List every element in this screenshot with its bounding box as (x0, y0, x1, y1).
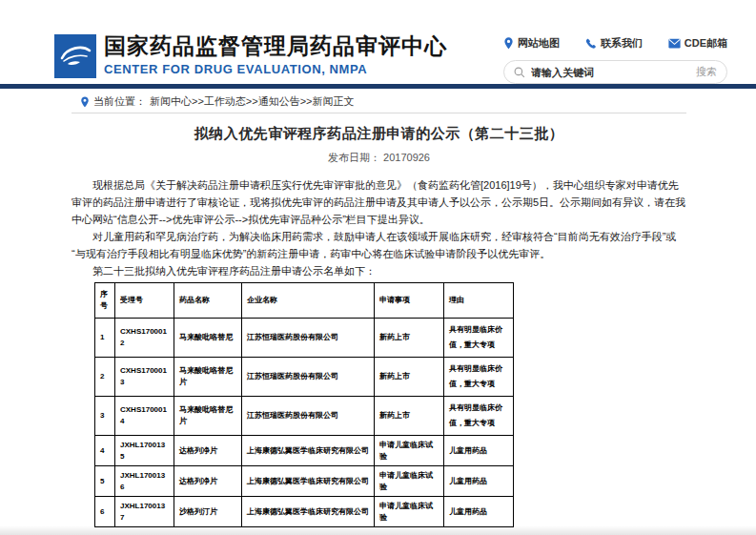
table-cell: 儿童用药品 (444, 436, 514, 466)
table-cell: 申请儿童临床试验 (375, 466, 444, 497)
table-cell: 2 (95, 358, 115, 397)
header-right: 网站地图 联系我们 CDE邮箱 (503, 36, 727, 84)
table-cell: 4 (95, 436, 115, 466)
top-links: 网站地图 联系我们 CDE邮箱 (503, 36, 727, 51)
table-cell: 上海康德弘翼医学临床研究有限公司 (242, 436, 375, 466)
page: 国家药品监督管理局药品审评中心 CENTER FOR DRUG EVALUATI… (0, 0, 756, 535)
table-cell: CXHS1700013 (115, 358, 174, 397)
table-cell: 马来酸吡咯替尼片 (174, 397, 242, 436)
search-icon (514, 67, 525, 78)
table-cell: 申请儿童临床试验 (375, 497, 444, 527)
article: 拟纳入优先审评程序药品注册申请的公示（第二十三批） 发布日期： 20170926… (72, 125, 686, 527)
drug-table-body: 1CXHS1700012马来酸吡咯替尼江苏恒瑞医药股份有限公司新药上市具有明显临… (95, 319, 514, 527)
table-cell: 申请儿童临床试验 (375, 436, 444, 466)
header-row: 序号受理号药品名称企业名称申请事项理由 (95, 283, 514, 319)
sitemap-link[interactable]: 网站地图 (503, 36, 560, 51)
contact-link[interactable]: 联系我们 (585, 36, 643, 51)
table-cell: 江苏恒瑞医药股份有限公司 (242, 319, 375, 358)
column-header: 企业名称 (242, 283, 375, 319)
paragraph-1: 现根据总局《关于解决药品注册申请积压实行优先审评审批的意见》（食药监药化管[20… (72, 176, 686, 228)
table-cell: 1 (95, 319, 115, 358)
paragraph-2: 对儿童用药和罕见病治疗药，为解决临床用药需求，鼓励申请人在该领域开展临床研究，经… (72, 228, 686, 262)
table-cell: 沙格列汀片 (174, 497, 242, 527)
table-cell: 新药上市 (375, 319, 444, 358)
column-header: 申请事项 (375, 283, 444, 319)
table-cell: 具有明显临床价值，重大专项 (444, 319, 514, 358)
location-pin-icon (80, 96, 90, 108)
navy-divider-bar (0, 84, 756, 89)
table-cell: 新药上市 (375, 397, 444, 436)
column-header: 理由 (444, 283, 514, 319)
site-header: 国家药品监督管理局药品审评中心 CENTER FOR DRUG EVALUATI… (54, 34, 727, 82)
table-row: 6JXHL1700137沙格列汀片上海康德弘翼医学临床研究有限公司申请儿童临床试… (95, 497, 514, 527)
table-cell: 6 (95, 497, 115, 527)
table-row: 2CXHS1700013马来酸吡咯替尼片江苏恒瑞医药股份有限公司新药上市具有明显… (95, 358, 514, 397)
table-row: 5JXHL1700136达格列净片上海康德弘翼医学临床研究有限公司申请儿童临床试… (95, 466, 514, 497)
cde-logo[interactable] (54, 34, 96, 78)
table-cell: 3 (95, 397, 115, 436)
phone-icon (585, 38, 597, 50)
drug-table-head: 序号受理号药品名称企业名称申请事项理由 (95, 283, 514, 319)
table-cell: JXHL1700137 (115, 497, 174, 527)
table-cell: 马来酸吡咯替尼 (174, 319, 242, 358)
table-cell: 马来酸吡咯替尼片 (174, 358, 242, 397)
sitemap-label: 网站地图 (518, 36, 560, 51)
mail-icon (668, 38, 681, 49)
search-button[interactable]: 搜索 (688, 65, 717, 79)
map-pin-icon (503, 37, 514, 50)
date-label: 发布日期： (328, 152, 380, 163)
mailbox-link[interactable]: CDE邮箱 (668, 36, 727, 51)
table-cell: 5 (95, 466, 115, 497)
table-cell: 具有明显临床价值，重大专项 (444, 397, 514, 436)
paragraph-3: 第二十三批拟纳入优先审评程序药品注册申请公示名单如下： (72, 262, 686, 279)
table-cell: 儿童用药品 (444, 497, 514, 527)
column-header: 受理号 (115, 283, 174, 319)
table-cell: 达格列净片 (174, 466, 242, 497)
date-value: 20170926 (383, 152, 430, 163)
table-cell: CXHS1700012 (115, 319, 174, 358)
table-cell: CXHS1700014 (115, 397, 174, 436)
table-row: 4JXHL1700135达格列净片上海康德弘翼医学临床研究有限公司申请儿童临床试… (95, 436, 514, 466)
site-title-en: CENTER FOR DRUG EVALUATION, NMPA (104, 62, 447, 76)
page-bottom-shadow (0, 525, 756, 535)
cde-logo-icon (58, 39, 92, 73)
breadcrumb-label: 当前位置： (93, 94, 146, 109)
table-cell: 江苏恒瑞医药股份有限公司 (242, 358, 375, 397)
table-cell: 上海康德弘翼医学临床研究有限公司 (242, 497, 375, 527)
search-input[interactable] (531, 67, 688, 78)
contact-label: 联系我们 (601, 36, 643, 51)
article-body: 现根据总局《关于解决药品注册申请积压实行优先审评审批的意见》（食药监药化管[20… (72, 176, 686, 279)
table-row: 3CXHS1700014马来酸吡咯替尼片江苏恒瑞医药股份有限公司新药上市具有明显… (95, 397, 514, 436)
table-cell: JXHL1700135 (115, 436, 174, 466)
breadcrumb-path[interactable]: 新闻中心>>工作动态>>通知公告>>新闻正文 (150, 94, 355, 109)
article-title: 拟纳入优先审评程序药品注册申请的公示（第二十三批） (72, 125, 686, 143)
table-cell: 儿童用药品 (444, 466, 514, 497)
breadcrumb-divider (72, 113, 686, 113)
column-header: 序号 (95, 283, 115, 319)
column-header: 药品名称 (174, 283, 242, 319)
drug-table: 序号受理号药品名称企业名称申请事项理由 1CXHS1700012马来酸吡咯替尼江… (94, 282, 514, 527)
table-cell: 具有明显临床价值，重大专项 (444, 358, 514, 397)
table-cell: 江苏恒瑞医药股份有限公司 (242, 397, 375, 436)
table-cell: JXHL1700136 (115, 466, 174, 497)
breadcrumb: 当前位置： 新闻中心>>工作动态>>通知公告>>新闻正文 (80, 94, 355, 109)
article-date: 发布日期： 20170926 (72, 151, 686, 165)
table-cell: 达格列净片 (174, 436, 242, 466)
site-title-cn: 国家药品监督管理局药品审评中心 (104, 32, 447, 59)
table-cell: 新药上市 (375, 358, 444, 397)
site-titles: 国家药品监督管理局药品审评中心 CENTER FOR DRUG EVALUATI… (104, 32, 447, 76)
mailbox-label: CDE邮箱 (684, 36, 727, 51)
table-cell: 上海康德弘翼医学临床研究有限公司 (242, 466, 375, 497)
table-row: 1CXHS1700012马来酸吡咯替尼江苏恒瑞医药股份有限公司新药上市具有明显临… (95, 319, 514, 358)
search-bar: 搜索 (503, 60, 727, 84)
